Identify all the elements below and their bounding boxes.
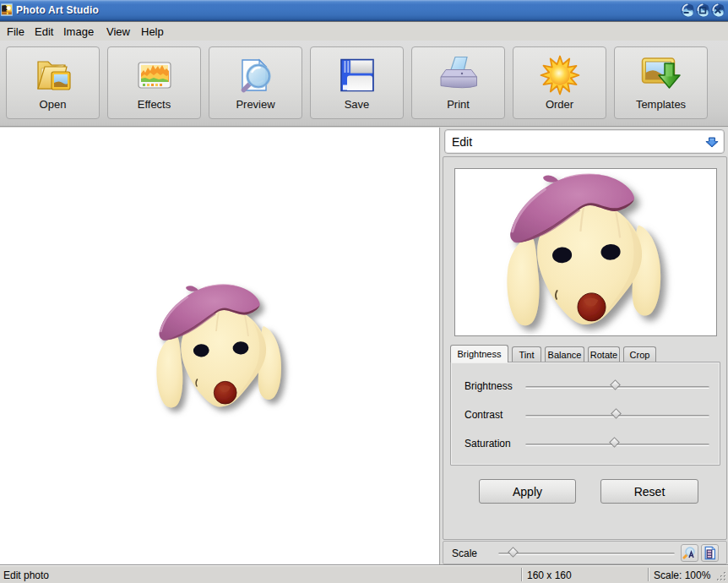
panel-body: Brightness Tint Balance Rotate Crop Brig… — [443, 156, 727, 540]
status-separator — [648, 568, 649, 581]
saturation-slider-row: Saturation — [451, 434, 721, 451]
preview-magnifier-icon — [236, 55, 276, 95]
save-button[interactable]: Save — [310, 46, 404, 119]
main-area: Edit Brightness Tint Balance Rotate Crop — [0, 128, 728, 564]
adjustments-group: Brightness Contrast Saturation — [450, 362, 720, 466]
menu-view[interactable]: View — [106, 25, 130, 38]
photo-canvas[interactable] — [0, 128, 440, 564]
photo-dog-image — [153, 281, 288, 416]
zoom-text-actual-button[interactable] — [681, 544, 698, 562]
resize-grip[interactable] — [715, 570, 727, 582]
open-folder-icon — [33, 55, 73, 95]
tab-tint[interactable]: Tint — [512, 346, 541, 362]
status-image-size: 160 x 160 — [527, 569, 572, 581]
panel-header[interactable]: Edit — [444, 129, 725, 154]
menu-image[interactable]: Image — [63, 25, 94, 38]
tab-brightness[interactable]: Brightness — [450, 345, 508, 362]
tab-strip: Brightness Tint Balance Rotate Crop — [450, 345, 660, 362]
edit-panel: Edit Brightness Tint Balance Rotate Crop — [441, 128, 728, 564]
tab-balance[interactable]: Balance — [545, 346, 584, 362]
menu-help[interactable]: Help — [141, 25, 164, 38]
print-icon — [438, 55, 479, 95]
status-text: Edit photo — [3, 569, 49, 581]
close-button[interactable] — [711, 3, 725, 17]
effects-button[interactable]: Effects — [107, 46, 201, 119]
effects-label: Effects — [138, 98, 171, 111]
brightness-label: Brightness — [465, 380, 513, 392]
zoom-text-actual-icon — [682, 546, 697, 560]
order-label: Order — [546, 98, 573, 111]
scale-label: Scale — [452, 548, 477, 559]
status-separator — [521, 568, 522, 581]
menu-file[interactable]: File — [7, 25, 24, 38]
preview-label: Preview — [236, 98, 274, 111]
toolbar: Open Effects — [0, 41, 728, 127]
preview-button[interactable]: Preview — [209, 46, 302, 119]
saturation-label: Saturation — [465, 438, 511, 450]
open-button[interactable]: Open — [6, 46, 100, 119]
status-scale: Scale: 100% — [654, 569, 710, 581]
blue-drop-arrow-icon[interactable] — [705, 135, 719, 149]
brightness-slider-row: Brightness — [451, 377, 721, 394]
print-button[interactable]: Print — [411, 46, 505, 119]
templates-label: Templates — [636, 98, 686, 111]
window-title: Photo Art Studio — [16, 4, 99, 16]
menu-edit[interactable]: Edit — [35, 25, 53, 38]
menu-bar: File Edit Image View Help — [0, 21, 728, 41]
apply-button[interactable]: Apply — [479, 479, 576, 504]
print-label: Print — [447, 98, 470, 111]
contrast-label: Contrast — [465, 409, 503, 421]
title-bar: Photo Art Studio — [0, 0, 728, 21]
open-label: Open — [40, 98, 67, 111]
panel-title: Edit — [452, 135, 472, 149]
preview-thumbnail — [454, 168, 717, 336]
order-button[interactable]: Order — [513, 46, 606, 119]
order-sun-icon — [540, 55, 580, 95]
scale-strip: Scale — [443, 541, 727, 564]
thumbnail-dog-image — [503, 169, 669, 335]
fit-page-icon — [703, 546, 717, 560]
maximize-button[interactable] — [696, 3, 709, 17]
templates-icon — [641, 55, 682, 95]
templates-button[interactable]: Templates — [614, 46, 708, 119]
scale-slider[interactable] — [498, 553, 675, 555]
contrast-slider-row: Contrast — [451, 406, 721, 422]
save-floppy-icon — [337, 55, 378, 95]
tab-rotate[interactable]: Rotate — [588, 346, 620, 362]
tab-crop[interactable]: Crop — [623, 346, 656, 362]
effects-icon — [134, 55, 175, 95]
reset-button[interactable]: Reset — [600, 479, 698, 504]
app-icon — [1, 3, 13, 16]
minimize-button[interactable] — [681, 3, 694, 17]
save-label: Save — [345, 98, 370, 111]
status-bar: Edit photo 160 x 160 Scale: 100% — [0, 564, 728, 583]
fit-page-button[interactable] — [701, 544, 719, 562]
scale-slider-thumb[interactable] — [508, 547, 519, 558]
